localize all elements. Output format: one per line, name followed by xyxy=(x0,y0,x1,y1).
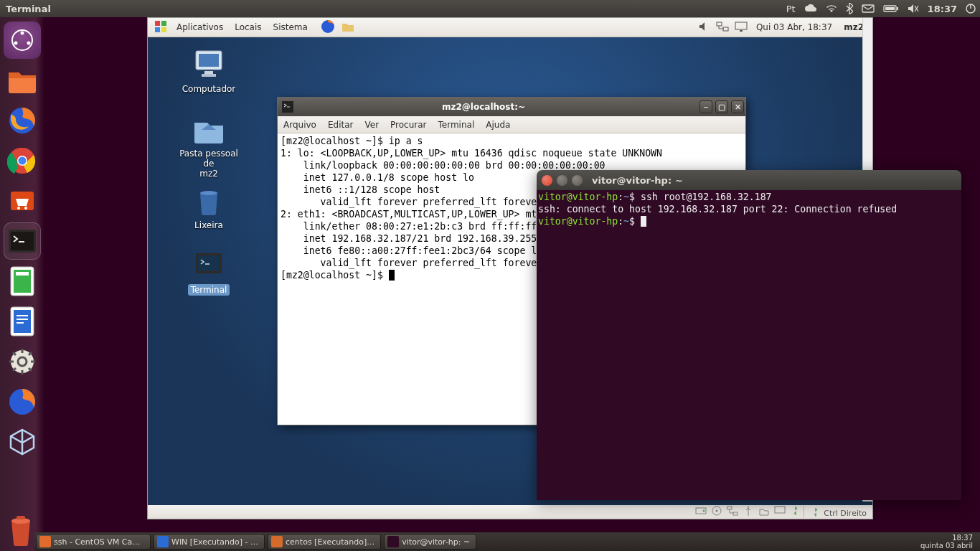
svg-rect-39 xyxy=(202,74,216,77)
maximize-button[interactable] xyxy=(572,175,583,186)
status-shared-icon[interactable] xyxy=(756,505,772,519)
desktop-trash-icon[interactable]: Lixeira xyxy=(173,183,245,230)
term-line: inet 127.0.0.1/8 scope host lo xyxy=(281,172,474,183)
term-line: [mz2@localhost ~]$ ip a s xyxy=(281,136,423,146)
cloud-icon[interactable] xyxy=(800,4,821,14)
status-net-icon[interactable] xyxy=(725,505,740,519)
svg-rect-50 xyxy=(775,507,785,513)
term-line: valid_lft forever preferred_lft forever xyxy=(281,258,542,268)
status-usb-icon[interactable] xyxy=(740,505,756,519)
taskbar-item[interactable]: vitor@vitor-hp: ~ xyxy=(384,534,476,550)
svg-point-12 xyxy=(19,157,27,165)
vbox-icon xyxy=(271,536,283,547)
clock[interactable]: 18:37 xyxy=(923,4,961,14)
term-prompt: [mz2@localhost ~]$ xyxy=(281,270,389,281)
ssh-error-line: ssh: connect to host 192.168.32.187 port… xyxy=(538,204,897,215)
wifi-icon[interactable] xyxy=(821,4,842,14)
vbox-icon xyxy=(157,536,169,547)
guest-terminal-menubar: Arquivo Editar Ver Procurar Terminal Aju… xyxy=(278,116,745,133)
guest-clock[interactable]: Qui 03 Abr, 18:37 xyxy=(750,22,838,32)
menu-procurar[interactable]: Procurar xyxy=(385,120,432,130)
minimize-button[interactable] xyxy=(557,175,567,186)
term-line: 1: lo: <LOOPBACK,UP,LOWER_UP> mtu 16436 … xyxy=(281,148,668,159)
guest-firefox-icon[interactable] xyxy=(318,19,338,36)
bluetooth-icon[interactable] xyxy=(842,3,857,14)
virtualbox-icon[interactable] xyxy=(4,423,41,461)
software-center-icon[interactable] xyxy=(4,182,41,220)
menu-editar[interactable]: Editar xyxy=(322,120,359,130)
mail-icon[interactable] xyxy=(857,4,879,13)
svg-rect-27 xyxy=(17,516,25,519)
status-capture-icon[interactable] xyxy=(788,505,804,519)
svg-rect-3 xyxy=(885,7,895,10)
guest-top-panel: Aplicativos Locais Sistema Qui 03 Abr, 1… xyxy=(148,18,872,37)
svg-rect-29 xyxy=(161,21,166,26)
host-terminal-titlebar[interactable]: vitor@vitor-hp: ~ xyxy=(537,170,961,190)
firefox2-icon[interactable] xyxy=(4,383,41,420)
status-hd-icon[interactable] xyxy=(693,505,709,519)
keyboard-indicator[interactable]: Pt xyxy=(782,4,800,14)
guest-nautilus-icon[interactable] xyxy=(338,19,358,36)
menu-terminal[interactable]: Terminal xyxy=(433,120,481,130)
guest-menu-icon[interactable] xyxy=(151,19,171,36)
battery-icon[interactable] xyxy=(879,4,903,13)
taskbar-item[interactable]: WIN [Executando] - … xyxy=(154,534,265,550)
menu-ajuda[interactable]: Ajuda xyxy=(480,120,516,130)
terminal-launcher-icon[interactable] xyxy=(4,222,41,260)
settings-icon[interactable] xyxy=(4,343,41,380)
active-app-name: Terminal xyxy=(0,4,51,14)
dash-icon[interactable] xyxy=(4,22,41,59)
svg-rect-33 xyxy=(717,22,722,26)
host-key-label[interactable]: Ctrl Direito xyxy=(804,507,872,518)
svg-point-14 xyxy=(17,207,20,209)
term-line: link/loopback 00:00:00:00:00:00 brd 00:0… xyxy=(281,160,606,171)
guest-network-icon[interactable] xyxy=(713,22,732,34)
term-line: inet6 ::1/128 scope host xyxy=(281,184,446,195)
guest-menu-system[interactable]: Sistema xyxy=(268,22,314,32)
calc-icon[interactable] xyxy=(4,263,41,300)
svg-rect-34 xyxy=(723,27,728,31)
status-cd-icon[interactable] xyxy=(709,505,725,519)
firefox-icon xyxy=(39,536,51,547)
files-icon[interactable] xyxy=(4,62,41,99)
svg-rect-35 xyxy=(735,22,747,29)
close-button[interactable]: ✕ xyxy=(731,100,744,113)
firefox-icon[interactable] xyxy=(4,102,41,139)
volume-icon[interactable] xyxy=(903,4,923,14)
vm-status-bar: Ctrl Direito xyxy=(147,505,873,519)
taskbar-item[interactable]: ssh - CentOS VM Can… xyxy=(36,534,151,550)
svg-rect-37 xyxy=(199,54,219,67)
taskbar-clock[interactable]: 18:37 quinta 03 abril xyxy=(913,534,980,550)
guest-terminal-titlebar[interactable]: mz2@localhost:~ – ▢ ✕ xyxy=(278,98,745,116)
menu-arquivo[interactable]: Arquivo xyxy=(278,120,322,130)
desktop-terminal-icon[interactable]: Terminal xyxy=(173,248,245,295)
svg-rect-20 xyxy=(16,272,29,276)
close-button[interactable] xyxy=(542,175,552,186)
status-display-icon[interactable] xyxy=(772,505,788,519)
svg-point-40 xyxy=(200,191,217,195)
svg-rect-48 xyxy=(727,507,732,509)
svg-rect-28 xyxy=(155,21,160,26)
svg-point-6 xyxy=(21,32,24,35)
desktop-home-icon[interactable]: Pasta pessoal de mz2 xyxy=(173,111,245,179)
term-line: valid_lft forever preferred_lft forever xyxy=(281,197,542,207)
guest-menu-apps[interactable]: Aplicativos xyxy=(171,22,229,32)
host-terminal-window: vitor@vitor-hp: ~ vitor@vitor-hp:~$ ssh … xyxy=(537,170,961,500)
minimize-button[interactable]: – xyxy=(699,100,712,113)
writer-icon[interactable] xyxy=(4,303,41,340)
menu-ver[interactable]: Ver xyxy=(359,120,385,130)
svg-rect-2 xyxy=(897,7,898,10)
maximize-button[interactable]: ▢ xyxy=(715,100,728,113)
desktop-computer-icon[interactable]: Computador xyxy=(173,47,245,94)
taskbar-item[interactable]: centos [Executando]… xyxy=(268,534,381,550)
chrome-icon[interactable] xyxy=(4,142,41,179)
svg-rect-38 xyxy=(204,71,213,74)
svg-rect-22 xyxy=(14,310,31,333)
guest-menu-places[interactable]: Locais xyxy=(229,22,267,32)
host-terminal-body[interactable]: vitor@vitor-hp:~$ ssh root@192.168.32.18… xyxy=(537,190,961,500)
session-icon[interactable] xyxy=(961,4,980,14)
guest-volume-icon[interactable] xyxy=(696,22,713,34)
guest-display-icon[interactable] xyxy=(732,22,750,34)
cursor-icon xyxy=(641,216,646,227)
cursor-icon xyxy=(389,270,395,281)
